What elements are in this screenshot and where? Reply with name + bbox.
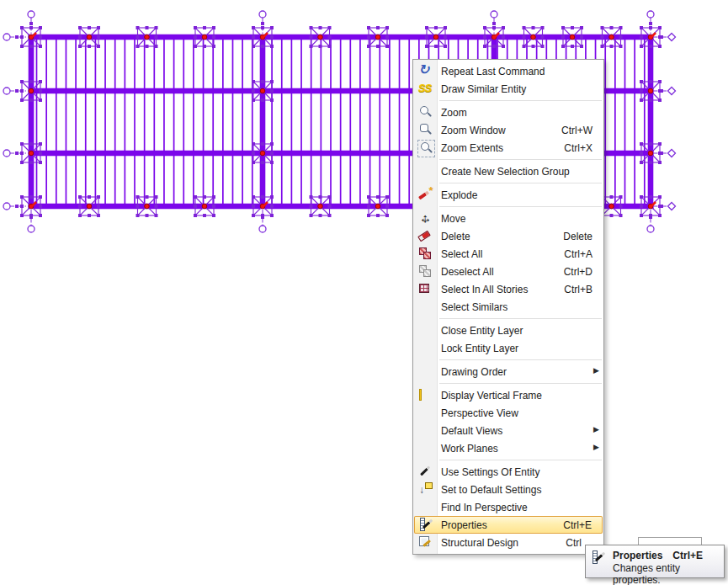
menu-item-shortcut: Ctrl+A	[564, 248, 603, 260]
menu-item-shortcut: Ctrl+W	[561, 125, 603, 136]
pen-icon	[417, 464, 433, 480]
vertical-frame-icon	[417, 387, 433, 403]
menu-item-set-to-default-settings[interactable]: Set to Default Settings	[413, 481, 603, 498]
properties-tooltip: PropertiesCtrl+E Changes entity properti…	[585, 545, 725, 578]
menu-item-label: Perspective View	[441, 407, 518, 419]
structural-design-icon	[417, 534, 433, 550]
menu-item-label: Find In Perspective	[441, 502, 528, 513]
submenu-arrow-icon: ▶	[593, 366, 599, 375]
menu-item-zoom[interactable]: Zoom	[413, 104, 603, 121]
properties-icon	[418, 517, 434, 533]
menu-item-shortcut: Ctrl+B	[564, 284, 603, 295]
menu-item-create-new-selection-group[interactable]: Create New Selection Group	[413, 162, 603, 180]
menu-item-label: Zoom Window	[441, 125, 506, 136]
menu-item-label: Zoom	[441, 107, 467, 119]
menu-separator	[439, 318, 602, 319]
tooltip-description: Changes entity properties.	[613, 562, 717, 585]
zoom-extents-icon	[417, 140, 435, 157]
menu-item-lock-entity-layer[interactable]: Lock Entity Layer	[413, 339, 603, 357]
menu-item-repeat-last-command[interactable]: Repeat Last Command	[413, 62, 603, 80]
menu-item-label: Default Views	[441, 425, 502, 437]
menu-item-label: Select Similars	[441, 301, 507, 313]
submenu-arrow-icon: ▶	[593, 425, 599, 433]
draw-similar-icon	[417, 81, 433, 97]
menu-item-label: Delete	[441, 231, 470, 242]
menu-item-explode[interactable]: Explode	[413, 186, 603, 204]
menu-item-label: Work Planes	[441, 443, 498, 455]
menu-item-deselect-all[interactable]: Deselect AllCtrl+D	[413, 263, 603, 280]
menu-item-select-all[interactable]: Select AllCtrl+A	[413, 245, 603, 263]
context-menu: Repeat Last Command Draw Similar Entity …	[412, 59, 604, 555]
menu-item-label: Select All	[441, 248, 482, 260]
submenu-arrow-icon: ▶	[593, 443, 599, 451]
select-all-icon	[417, 246, 433, 262]
menu-item-zoom-extents[interactable]: Zoom ExtentsCtrl+X	[413, 139, 603, 157]
tooltip-title: Properties	[613, 550, 662, 561]
set-default-icon	[417, 481, 433, 497]
menu-separator	[439, 159, 602, 160]
menu-item-drawing-order[interactable]: Drawing Order▶	[413, 363, 603, 380]
menu-item-label: Select In All Stories	[441, 284, 528, 295]
menu-separator	[439, 206, 602, 207]
menu-item-shortcut: Ctrl+E	[563, 519, 603, 531]
zoom-icon	[417, 104, 433, 120]
menu-item-draw-similar-entity[interactable]: Draw Similar Entity	[413, 80, 603, 98]
menu-item-shortcut: Delete	[563, 231, 603, 242]
menu-item-properties[interactable]: PropertiesCtrl+E	[414, 516, 603, 534]
menu-item-label: Close Entity Layer	[441, 325, 523, 337]
menu-item-default-views[interactable]: Default Views▶	[413, 422, 603, 439]
deselect-all-icon	[417, 263, 433, 279]
zoom-window-icon	[417, 122, 433, 138]
menu-item-label: Drawing Order	[441, 366, 507, 378]
repeat-icon	[417, 63, 433, 79]
menu-item-label: Structural Design	[441, 537, 518, 549]
menu-item-label: Move	[441, 213, 465, 225]
menu-item-label: Deselect All	[441, 266, 494, 278]
menu-item-find-in-perspective[interactable]: Find In Perspective	[413, 498, 603, 516]
menu-item-move[interactable]: Move	[413, 210, 603, 227]
properties-icon	[591, 550, 607, 566]
menu-item-label: Set to Default Settings	[441, 484, 541, 496]
menu-item-label: Use Settings Of Entity	[441, 466, 539, 478]
menu-item-shortcut: Ctrl+X	[564, 142, 603, 154]
explode-icon	[417, 187, 433, 203]
menu-item-work-planes[interactable]: Work Planes▶	[413, 439, 603, 457]
select-stories-icon	[417, 281, 433, 297]
menu-item-structural-design[interactable]: Structural DesignCtrl	[413, 534, 603, 551]
menu-item-zoom-window[interactable]: Zoom WindowCtrl+W	[413, 121, 603, 139]
menu-separator	[439, 359, 602, 360]
tooltip-shortcut: Ctrl+E	[672, 550, 703, 561]
menu-item-label: Lock Entity Layer	[441, 343, 518, 354]
delete-icon	[417, 228, 433, 244]
menu-item-label: Zoom Extents	[441, 142, 503, 154]
menu-separator	[439, 383, 602, 384]
menu-item-close-entity-layer[interactable]: Close Entity Layer	[413, 322, 603, 339]
menu-item-perspective-view[interactable]: Perspective View	[413, 404, 603, 422]
menu-item-delete[interactable]: DeleteDelete	[413, 227, 603, 245]
menu-item-label: Display Vertical Frame	[441, 390, 542, 402]
menu-item-label: Create New Selection Group	[441, 166, 570, 178]
menu-item-label: Explode	[441, 189, 477, 201]
structural-plan-drawing[interactable]	[0, 0, 728, 585]
menu-item-select-in-all-stories[interactable]: Select In All StoriesCtrl+B	[413, 280, 603, 298]
menu-separator	[439, 183, 602, 183]
menu-item-label: Properties	[441, 519, 487, 531]
menu-item-display-vertical-frame[interactable]: Display Vertical Frame	[413, 386, 603, 404]
move-icon	[417, 210, 433, 226]
menu-separator	[439, 460, 602, 460]
menu-item-select-similars[interactable]: Select Similars	[413, 298, 603, 316]
menu-separator	[439, 100, 602, 101]
menu-item-label: Draw Similar Entity	[441, 83, 526, 95]
application-canvas: Repeat Last Command Draw Similar Entity …	[0, 0, 728, 585]
menu-item-use-settings-of-entity[interactable]: Use Settings Of Entity	[413, 463, 603, 481]
menu-item-label: Repeat Last Command	[441, 66, 545, 77]
menu-item-shortcut: Ctrl+D	[564, 266, 603, 278]
